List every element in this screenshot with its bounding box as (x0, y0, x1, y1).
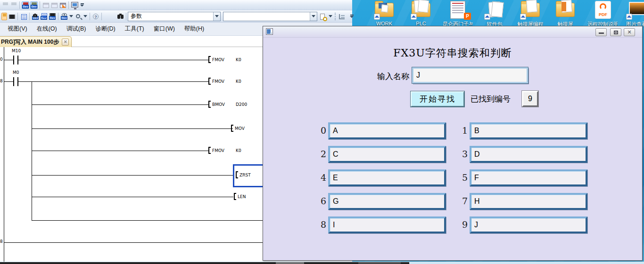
slot-index: 7 (454, 196, 468, 206)
contact-m0[interactable] (13, 77, 18, 86)
restore-button[interactable] (610, 28, 621, 36)
device-display-icon[interactable]: Dev (60, 13, 68, 20)
toolbar-overflow-icon[interactable] (80, 3, 84, 7)
menu-debug[interactable]: 调试(B) (62, 23, 91, 35)
input-name-label: 输入名称 (377, 71, 409, 82)
slot-value-1[interactable]: B (470, 122, 587, 139)
tab-main-program[interactable]: PRG]写入 MAIN 100步 ✕ (0, 36, 72, 47)
find-in-document-icon[interactable] (319, 13, 327, 20)
folder-icon (554, 1, 577, 20)
start-search-button[interactable]: 开始寻找 (411, 91, 464, 107)
menu-online[interactable]: 在线(O) (32, 23, 62, 35)
slot-value-6[interactable]: G (328, 193, 446, 210)
taskbar-item-sliver (358, 262, 401, 264)
slot-index: 3 (454, 149, 468, 159)
help-icon[interactable]: ? (92, 13, 99, 20)
minimize-button[interactable] (595, 28, 607, 36)
desktop-icon-software[interactable]: 软件包 (479, 1, 510, 28)
slot-value-4[interactable]: E (328, 169, 446, 186)
slot-value-7[interactable]: H (470, 193, 587, 210)
toolbar-row-2: Dev Dev Dev Dev ? 参数 (0, 10, 352, 23)
ladder-step-number: 0 (0, 57, 3, 62)
instruction-operand: K0 (236, 57, 241, 62)
dialog-titlebar[interactable]: ✕ (263, 26, 642, 38)
slot-value-0[interactable]: A (328, 122, 446, 139)
instruction-fmov[interactable]: FMOV (208, 78, 224, 85)
device-batch-monitor-icon[interactable]: Dev (40, 13, 48, 20)
desktop-icon-document[interactable]: P 昆仑西门子与 (443, 1, 473, 28)
name-input-field[interactable]: J (412, 67, 528, 83)
rung-line (32, 128, 233, 129)
desktop-icon-pdf[interactable]: PDF 远程控制说明 (587, 1, 618, 28)
menu-tools[interactable]: 工具(T) (120, 23, 149, 35)
device-zoom-icon[interactable] (74, 13, 82, 20)
menu-window[interactable]: 窗口(W) (149, 23, 180, 35)
slot-value-2[interactable]: C (328, 146, 446, 163)
dropdown-arrow-icon[interactable] (69, 15, 73, 17)
close-button[interactable]: ✕ (624, 28, 635, 36)
dialog-app-icon (266, 28, 273, 35)
slot-index: 2 (312, 149, 326, 159)
pdf-label: PDF (595, 12, 611, 17)
instruction-bmov[interactable]: BMOV (208, 101, 225, 108)
cross-reference-icon[interactable] (338, 13, 348, 20)
toolbar-separator (17, 13, 18, 20)
window-switch-icon[interactable] (59, 1, 66, 9)
device-monitor-start-icon[interactable]: Dev (22, 1, 29, 9)
tab-close-icon[interactable]: ✕ (62, 39, 69, 46)
slot-value-5[interactable]: F (470, 169, 587, 186)
toolbar-separator (29, 13, 30, 20)
parameter-chip-icon[interactable] (8, 13, 16, 20)
instruction-mov[interactable]: MOV (231, 125, 245, 132)
instruction-bracket-icon (231, 125, 233, 132)
device-stop-icon[interactable] (10, 1, 17, 9)
ladder-step-number: 8 (0, 79, 3, 83)
rung-line (4, 242, 263, 243)
menu-view[interactable]: 视图(V) (3, 23, 32, 35)
instruction-fmov[interactable]: FMOV (208, 56, 224, 63)
desktop-icon-image-viewer[interactable]: 图片查看 (621, 1, 644, 28)
slot-value-8[interactable]: I (328, 216, 446, 233)
dropdown-arrow-icon[interactable] (329, 15, 332, 17)
desktop-icon-work[interactable]: WORK (369, 1, 399, 28)
instruction-fmov[interactable]: FMOV (208, 147, 224, 154)
p-badge-icon: P (464, 13, 471, 20)
find-value-combobox[interactable] (223, 12, 317, 21)
device-find-icon[interactable]: Dev (32, 13, 39, 20)
folder-icon (483, 1, 506, 20)
desktop-icon-hmi[interactable]: 触摸屏 (550, 1, 580, 28)
instruction-bracket-icon (208, 101, 211, 108)
desktop-icon-plc[interactable]: PLC (406, 1, 436, 28)
toolbar-separator (58, 13, 58, 20)
toolbar-overflow-icon[interactable] (350, 15, 354, 18)
desktop-icon-hmi-programming[interactable]: 触摸屏编程 (515, 1, 545, 28)
menu-diagnostics[interactable]: 诊断(D) (91, 23, 120, 35)
find-binoculars-icon[interactable] (116, 13, 124, 20)
menu-help[interactable]: 帮助(H) (180, 23, 209, 35)
program-list-icon[interactable] (20, 13, 27, 20)
project-icon[interactable] (1, 13, 7, 20)
instruction-zrst[interactable]: ZRST (236, 171, 251, 178)
window-icon[interactable] (42, 1, 50, 9)
slot-index: 1 (454, 125, 468, 136)
combobox-dropdown-button[interactable] (213, 12, 220, 21)
instruction-len[interactable]: LEN (234, 193, 246, 200)
combobox-dropdown-button[interactable] (310, 12, 317, 21)
dropdown-arrow-icon[interactable] (83, 15, 87, 17)
device-reference-icon[interactable]: Dev (49, 13, 56, 20)
shortcut-arrow-icon (411, 14, 417, 20)
monitor-mode-icon[interactable] (71, 1, 78, 9)
instruction-operand: K0 (236, 148, 241, 153)
window-cascade-icon[interactable] (50, 1, 58, 9)
slot-value-3[interactable]: D (470, 146, 587, 163)
device-monitor-icon[interactable] (1, 1, 9, 9)
slot-value-9[interactable]: J (470, 216, 587, 233)
taskbar-edge (0, 262, 644, 264)
contact-m10[interactable] (13, 56, 18, 64)
search-dialog: ✕ FX3U字符串搜索和判断 输入名称 J 开始寻找 已找到编号 9 0 A 1… (263, 26, 643, 261)
device-monitor-write-icon[interactable]: Dev (30, 1, 38, 9)
toolbar-row-1: Dev Dev (0, 0, 352, 10)
instruction-operand: K0 (236, 79, 241, 84)
rung-line (32, 197, 233, 197)
find-target-combobox[interactable]: 参数 (128, 12, 221, 21)
